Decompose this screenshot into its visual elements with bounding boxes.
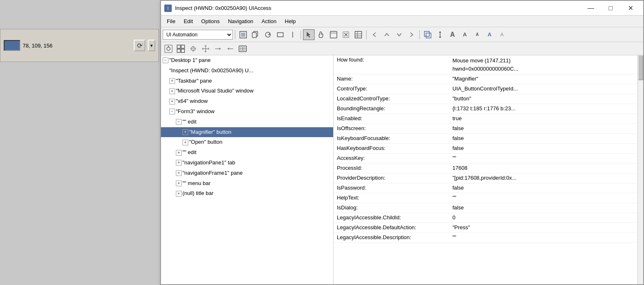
prop-value-providerdesc: "[pid:17608,providerId:0x...: [449, 174, 643, 181]
tree-item-vs[interactable]: + "Microsoft Visual Studio" window: [161, 86, 333, 96]
tb-back-btn[interactable]: [369, 29, 380, 40]
svg-rect-9: [330, 31, 337, 38]
menu-file[interactable]: File: [163, 17, 180, 26]
tree-item-form3[interactable]: − "Form3" window: [161, 107, 333, 117]
svg-rect-5: [252, 33, 256, 38]
tb-down-btn[interactable]: [393, 29, 405, 40]
svg-point-22: [167, 47, 170, 50]
tree-item-menubar[interactable]: + "" menu bar: [161, 178, 333, 189]
tb-window-btn[interactable]: [328, 29, 339, 40]
tree-item-desktop[interactable]: − "Desktop 1" pane: [161, 55, 333, 66]
props-scrollbar[interactable]: [637, 55, 643, 284]
tb-sort-btn[interactable]: [434, 29, 446, 40]
tree-scroll-area[interactable]: − "Desktop 1" pane "Inspect (HWND: 0x002…: [161, 55, 333, 284]
tb-font-medium-btn[interactable]: A: [459, 29, 471, 40]
tree-expander-navpane[interactable]: +: [176, 160, 182, 166]
prop-row-localizedcontroltype: LocalizedControlType: "button": [334, 94, 643, 104]
tb2-arrow-left-btn[interactable]: [225, 43, 236, 54]
maximize-button[interactable]: □: [601, 2, 620, 14]
tree-item-edit2[interactable]: + "" edit: [161, 147, 333, 158]
tree-item-navframe[interactable]: + "navigationFrame1" pane: [161, 168, 333, 178]
tb-font-blue-btn[interactable]: A: [484, 29, 495, 40]
tb2-expand-btn[interactable]: [163, 43, 174, 54]
color-dropdown-arrow[interactable]: ▼: [148, 40, 155, 51]
tb-forward-btn[interactable]: [406, 29, 417, 40]
tb2-grid-btn[interactable]: [175, 43, 187, 54]
toolbar-2: [161, 42, 643, 55]
prop-value-isdialog: false: [449, 204, 643, 211]
prop-row-legacy-description: LegacyIAccessible.Description: "": [334, 233, 643, 243]
tb2-target-btn[interactable]: [187, 43, 199, 54]
tb2-screenshot-btn[interactable]: [237, 43, 249, 54]
menu-navigation[interactable]: Navigation: [224, 17, 257, 26]
tree-expander-menubar[interactable]: +: [176, 180, 182, 186]
tree-label-menubar: "" menu bar: [182, 179, 211, 188]
tb2-arrow-right-btn[interactable]: [212, 43, 224, 54]
menu-action[interactable]: Action: [258, 17, 281, 26]
tree-label-edit2: "" edit: [182, 148, 197, 157]
props-scrollbar-thumb[interactable]: [638, 55, 643, 80]
svg-rect-24: [177, 45, 180, 48]
tree-expander-open[interactable]: +: [182, 140, 188, 145]
tree-expander-taskbar[interactable]: +: [169, 78, 175, 84]
tb-up-btn[interactable]: [381, 29, 393, 40]
prop-row-how-found: How found: Mouse move (1747,211)hwnd=0x0…: [334, 55, 643, 74]
tree-item-inspect[interactable]: "Inspect (HWND: 0x00250A90) U...: [161, 66, 333, 76]
prop-name-accesskey: AccessKey:: [334, 154, 449, 162]
prop-value-haskeyboardfocus: false: [449, 145, 643, 152]
menu-edit[interactable]: Edit: [180, 17, 197, 26]
tree-label-taskbar: "Taskbar" pane: [176, 77, 212, 86]
prop-name-how-found: How found:: [334, 56, 449, 63]
tree-expander-navframe[interactable]: +: [176, 170, 182, 176]
properties-scroll-area[interactable]: How found: Mouse move (1747,211)hwnd=0x0…: [334, 55, 643, 284]
tree-item-taskbar[interactable]: + "Taskbar" pane: [161, 76, 333, 86]
tree-item-x64[interactable]: + "x64" window: [161, 96, 333, 107]
toolbar-separator-1: [235, 30, 235, 39]
tree-expander-edit1[interactable]: −: [176, 119, 182, 125]
tree-item-navpane[interactable]: + "navigationPane1" tab: [161, 158, 333, 168]
tree-item-titlebar[interactable]: + (null) title bar: [161, 188, 333, 199]
tree-item-edit1[interactable]: − "" edit: [161, 117, 333, 127]
refresh-button[interactable]: ⟳: [134, 40, 145, 51]
prop-name-providerdesc: ProviderDescription:: [334, 174, 449, 181]
prop-value-name: "Magnifier": [449, 75, 643, 82]
tb-cursor-btn[interactable]: [303, 29, 315, 40]
tree-expander-desktop[interactable]: −: [163, 57, 168, 63]
minimize-button[interactable]: —: [581, 2, 600, 14]
tree-expander-edit2[interactable]: +: [176, 150, 182, 156]
title-bar: I Inspect (HWND: 0x00250A90) UIAccess — …: [161, 1, 643, 16]
tree-expander-form3[interactable]: −: [169, 109, 175, 114]
tb-zoom-btn[interactable]: [422, 29, 433, 40]
prop-name-boundingrect: BoundingRectangle:: [334, 105, 449, 112]
tb-font-small-btn[interactable]: A: [471, 29, 483, 40]
svg-rect-18: [424, 31, 429, 36]
close-button[interactable]: ✕: [621, 2, 640, 14]
tb-x-btn[interactable]: [340, 29, 352, 40]
tree-expander-x64[interactable]: +: [169, 99, 175, 104]
automation-type-select[interactable]: UI Automation MSAA/IAccessible: [163, 30, 233, 40]
window-controls: — □ ✕: [581, 2, 640, 14]
tb-hand-btn[interactable]: [315, 29, 327, 40]
tree-item-open[interactable]: + "Open" button: [161, 137, 333, 147]
tree-item-magnifier[interactable]: + "Magnifier" button: [161, 127, 333, 138]
tree-expander-vs[interactable]: +: [169, 88, 175, 94]
tree-label-vs: "Microsoft Visual Studio" window: [176, 87, 253, 95]
menu-options[interactable]: Options: [197, 17, 224, 26]
prop-row-accesskey: AccessKey: "": [334, 154, 643, 164]
tb-rect-btn[interactable]: [275, 29, 286, 40]
tb-grid-btn[interactable]: [353, 29, 364, 40]
prop-value-legacy-description: "": [449, 234, 643, 241]
tb-line-btn[interactable]: [287, 29, 298, 40]
tb-highlight-btn[interactable]: [237, 29, 249, 40]
tb-refresh-btn[interactable]: [262, 29, 274, 40]
prop-value-processid: 17608: [449, 164, 643, 171]
tb-font-large-btn[interactable]: A: [447, 29, 458, 40]
prop-name-isoffscreen: IsOffscreen:: [334, 125, 449, 132]
tree-expander-titlebar[interactable]: +: [176, 191, 182, 197]
tb-copy-btn[interactable]: [250, 29, 261, 40]
tree-expander-magnifier[interactable]: +: [182, 129, 188, 135]
tb-font-gray-btn[interactable]: A: [496, 29, 508, 40]
prop-row-helptext: HelpText: "": [334, 193, 643, 203]
menu-help[interactable]: Help: [281, 17, 300, 26]
tb2-move-btn[interactable]: [200, 43, 211, 54]
